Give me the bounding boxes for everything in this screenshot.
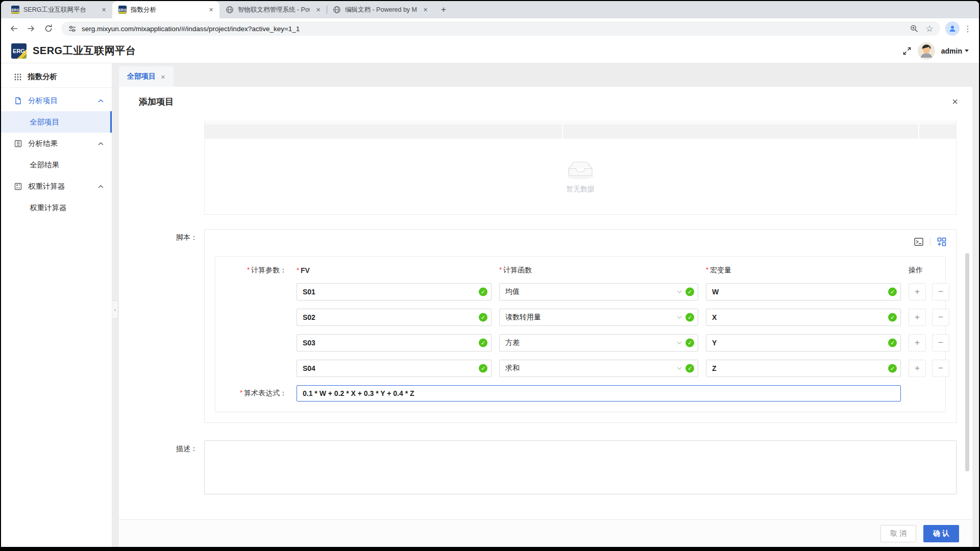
chrome-profile-icon[interactable] — [945, 21, 960, 36]
panel-footer: 取 消 确 认 — [119, 519, 972, 547]
add-row-button[interactable]: + — [909, 334, 926, 352]
fv-input[interactable] — [297, 309, 492, 326]
sidebar-item-label: 全部结果 — [30, 160, 59, 170]
app-title: SERG工业互联网平台 — [33, 44, 136, 58]
tab-close-icon[interactable]: × — [314, 6, 323, 14]
sidebar-item-label: 分析项目 — [28, 96, 98, 106]
valid-check-icon: ✓ — [685, 339, 694, 347]
chevron-down-icon — [677, 367, 682, 370]
sidebar-item-all-results[interactable]: 全部结果 — [1, 154, 112, 176]
fullscreen-icon[interactable] — [902, 46, 912, 56]
param-row: ✓ 方差✓ ✓ +− — [224, 334, 937, 352]
chevron-down-icon — [965, 49, 969, 52]
address-bar[interactable]: serg.mixyun.com/mixapplication/#/indass/… — [61, 21, 940, 36]
url-text[interactable]: serg.mixyun.com/mixapplication/#/indass/… — [82, 25, 904, 33]
valid-check-icon: ✓ — [685, 313, 694, 322]
macro-input[interactable] — [706, 283, 901, 300]
user-avatar[interactable] — [918, 42, 935, 60]
page-tab-all-projects[interactable]: 全部项目 × — [119, 66, 174, 87]
terminal-icon[interactable] — [914, 237, 924, 247]
add-component-icon[interactable] — [937, 237, 947, 247]
new-tab-button[interactable]: + — [437, 3, 450, 16]
expression-input[interactable] — [297, 385, 901, 402]
cancel-button[interactable]: 取 消 — [880, 525, 916, 542]
func-select[interactable]: 方差 — [499, 334, 698, 352]
tab-close-icon[interactable]: × — [421, 6, 430, 14]
sidebar-group-analysis-projects[interactable]: 分析项目 — [1, 90, 112, 111]
valid-check-icon: ✓ — [888, 288, 897, 296]
sidebar-group-analysis-results[interactable]: 分析结果 — [1, 133, 112, 154]
col-header-macro: 宏变量 — [706, 266, 901, 275]
func-select[interactable]: 均值 — [499, 283, 698, 300]
vertical-scrollbar[interactable] — [965, 253, 969, 471]
chevron-up-icon — [98, 142, 104, 145]
page-tab-label: 全部项目 — [127, 72, 156, 81]
panel-body: 暂无数据 脚本： — [119, 116, 972, 519]
remove-row-button[interactable]: − — [932, 283, 949, 300]
browser-tab-doc-system[interactable]: 智物联文档管理系统 - Powered × — [219, 1, 327, 18]
user-menu[interactable]: admin — [941, 47, 969, 55]
site-settings-icon[interactable] — [66, 23, 78, 34]
browser-tab-serg[interactable]: ERG SERG工业互联网平台 × — [5, 1, 112, 18]
sidebar-item-label: 分析结果 — [28, 139, 98, 148]
add-row-button[interactable]: + — [909, 360, 926, 377]
page-title: 添加项目 — [139, 96, 174, 108]
chevron-down-icon — [677, 316, 682, 319]
chevron-up-icon — [98, 99, 104, 103]
sidebar-item-weight-calculator[interactable]: 权重计算器 — [1, 197, 112, 218]
description-textarea[interactable] — [204, 440, 957, 494]
col-header-op: 操作 — [909, 266, 957, 275]
sidebar-group-weight-calculator[interactable]: 权重计算器 — [1, 176, 112, 197]
browser-tab-edit-doc[interactable]: 编辑文档 - Powered by MinDo × — [327, 1, 434, 18]
add-row-button[interactable]: + — [909, 309, 926, 326]
close-icon[interactable]: × — [161, 72, 165, 81]
func-select[interactable]: 求和 — [499, 360, 698, 377]
document-icon — [14, 97, 22, 105]
tab-title: 智物联文档管理系统 - Powered — [238, 6, 310, 14]
remove-row-button[interactable]: − — [932, 360, 949, 377]
forward-icon[interactable] — [23, 21, 39, 36]
chrome-menu-icon[interactable]: ⋮ — [962, 24, 974, 34]
col-header-fv: FV — [297, 266, 492, 274]
tab-close-icon[interactable]: × — [100, 6, 108, 14]
remove-row-button[interactable]: − — [932, 309, 949, 326]
func-select[interactable]: 读数转用量 — [499, 309, 698, 326]
data-table: 暂无数据 — [204, 120, 957, 215]
empty-state: 暂无数据 — [205, 139, 956, 214]
macro-input[interactable] — [706, 334, 901, 352]
fv-input[interactable] — [297, 283, 492, 300]
table-header-cell — [919, 124, 956, 139]
script-label: 脚本： — [119, 229, 204, 423]
reload-icon[interactable] — [41, 21, 56, 36]
username-text: admin — [941, 47, 962, 55]
add-row-button[interactable]: + — [909, 283, 926, 300]
fv-input[interactable] — [297, 360, 492, 377]
calculator-icon — [14, 183, 22, 190]
tab-title: 指数分析 — [131, 6, 203, 14]
zoom-icon[interactable] — [909, 23, 920, 34]
macro-input[interactable] — [706, 360, 901, 377]
back-icon[interactable] — [6, 21, 21, 36]
panel-close-icon[interactable]: × — [952, 96, 958, 108]
valid-check-icon: ✓ — [479, 364, 487, 373]
browser-tabstrip: ERG SERG工业互联网平台 × ERG 指数分析 × 智物联文档管理系统 -… — [1, 1, 979, 18]
browser-tab-index-analysis[interactable]: ERG 指数分析 × — [112, 1, 219, 18]
valid-check-icon: ✓ — [479, 288, 487, 296]
apps-grid-icon — [14, 73, 21, 81]
sidebar-collapse-handle[interactable]: ‹ — [112, 300, 118, 319]
confirm-button[interactable]: 确 认 — [923, 525, 959, 542]
table-icon — [14, 140, 22, 147]
tab-close-icon[interactable]: × — [207, 6, 215, 14]
remove-row-button[interactable]: − — [932, 334, 949, 352]
macro-input[interactable] — [706, 309, 901, 326]
expression-label: 算术表达式： — [224, 389, 289, 398]
bookmark-star-icon[interactable]: ☆ — [924, 23, 935, 34]
sidebar-item-all-projects[interactable]: 全部项目 — [1, 111, 112, 133]
toolbar-divider — [930, 238, 930, 246]
fv-input[interactable] — [297, 334, 492, 352]
valid-check-icon: ✓ — [888, 364, 897, 373]
tab-title: SERG工业互联网平台 — [23, 6, 95, 14]
browser-window: ERG SERG工业互联网平台 × ERG 指数分析 × 智物联文档管理系统 -… — [1, 1, 979, 547]
empty-text: 暂无数据 — [566, 185, 595, 194]
sidebar-item-index-analysis[interactable]: 指数分析 — [1, 66, 112, 88]
